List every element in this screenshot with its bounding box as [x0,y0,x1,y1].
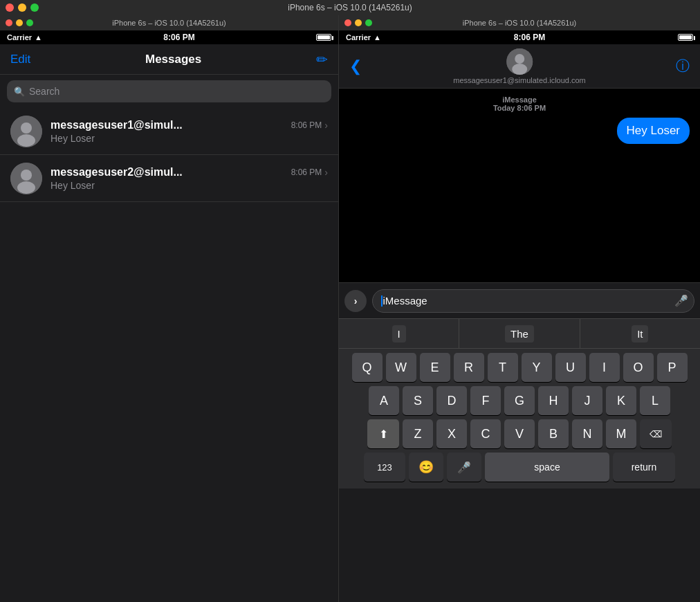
conversation-navbar: ❮ messagesuser1@simulated.icloud.com ⓘ [339,44,700,89]
messages-title: Messages [145,53,201,66]
back-button[interactable]: ❮ [349,57,362,75]
key-d[interactable]: D [436,386,467,415]
numbers-key[interactable]: 123 [364,453,405,482]
autocomplete-2[interactable]: The [459,319,580,348]
key-l[interactable]: L [640,386,670,415]
keyboard-row-2: A S D F G H J K L [341,386,698,415]
svg-point-2 [17,134,35,147]
key-n[interactable]: N [572,419,602,448]
conversation-info-1: messagesuser1@simul... 8:06 PM › Hey Los… [50,119,328,144]
avatar-1 [10,116,42,147]
left-sim-titlebar: iPhone 6s – iOS 10.0 (14A5261u) [0,15,338,30]
message-time-1: 8:06 PM [291,120,322,130]
left-close[interactable] [6,19,12,26]
info-button[interactable]: ⓘ [676,57,690,75]
conversation-info-2: messagesuser2@simul... 8:06 PM › Hey Los… [50,166,328,191]
key-i[interactable]: I [589,353,620,382]
time-label: 8:06 PM [163,33,194,42]
sender-name-1: messagesuser1@simul... [50,119,183,131]
maximize-button[interactable] [30,3,39,12]
message-list: messagesuser1@simul... 8:06 PM › Hey Los… [0,108,338,202]
return-key[interactable]: return [613,453,675,482]
svg-point-8 [512,64,527,75]
conversation-item-1[interactable]: messagesuser1@simul... 8:06 PM › Hey Los… [0,108,338,155]
key-b[interactable]: B [538,419,569,448]
space-key[interactable]: space [485,453,609,482]
sent-bubble: Hey Loser [617,118,690,144]
right-battery-icon [678,34,693,41]
key-w[interactable]: W [386,353,416,382]
mac-titlebar: iPhone 6s – iOS 10.0 (14A5261u) [0,0,700,15]
mic-button[interactable]: 🎤 [674,294,688,307]
right-time-label: 8:06 PM [514,33,545,42]
search-placeholder: Search [29,86,59,97]
messages-navbar: Edit Messages ✏ [0,44,338,75]
key-a[interactable]: A [369,386,399,415]
right-wifi-icon: ▲ [374,33,381,42]
expand-icon: › [354,295,358,307]
key-u[interactable]: U [555,353,586,382]
search-icon: 🔍 [14,86,25,97]
autocomplete-bar: I The It [339,318,700,349]
key-c[interactable]: C [470,419,501,448]
key-p[interactable]: P [657,353,688,382]
close-button[interactable] [6,3,14,12]
compose-button[interactable]: ✏ [316,51,328,68]
svg-point-1 [21,122,32,134]
key-e[interactable]: E [420,353,450,382]
key-r[interactable]: R [454,353,484,382]
conversation-item-2[interactable]: messagesuser2@simul... 8:06 PM › Hey Los… [0,155,338,202]
key-g[interactable]: G [504,386,535,415]
key-s[interactable]: S [403,386,433,415]
key-k[interactable]: K [606,386,636,415]
message-time-2: 8:06 PM [291,167,322,177]
mac-window-controls[interactable] [6,3,39,12]
keyboard-mic-key[interactable]: 🎤 [447,453,481,482]
left-status-bar: Carrier ▲ 8:06 PM [0,30,338,44]
key-f[interactable]: F [470,386,501,415]
right-carrier-label: Carrier [346,33,371,42]
left-simulator: iPhone 6s – iOS 10.0 (14A5261u) Carrier … [0,15,339,602]
sender-name-2: messagesuser2@simul... [50,166,183,179]
message-input[interactable]: iMessage 🎤 [372,289,694,313]
left-maximize[interactable] [26,19,33,26]
search-bar[interactable]: 🔍 Search [7,80,331,102]
delete-key[interactable]: ⌫ [640,419,672,448]
shift-key[interactable]: ⬆ [367,419,399,448]
key-x[interactable]: X [436,419,467,448]
right-sim-titlebar: iPhone 6s – iOS 10.0 (14A5261u) [339,15,700,30]
conversation-body: iMessage Today 8:06 PM Hey Loser [339,89,700,282]
keyboard-row-1: Q W E R T Y U I O P [341,353,698,382]
left-minimize[interactable] [16,19,23,26]
key-y[interactable]: Y [522,353,552,382]
key-o[interactable]: O [623,353,654,382]
key-t[interactable]: T [488,353,518,382]
left-sim-title: iPhone 6s – iOS 10.0 (14A5261u) [112,19,226,27]
key-v[interactable]: V [504,419,535,448]
date-label: iMessage Today 8:06 PM [349,95,690,112]
right-maximize[interactable] [365,19,372,26]
battery-icon [316,34,331,41]
svg-point-5 [17,181,35,194]
keyboard: Q W E R T Y U I O P A S D F G H J K L ⬆ … [339,349,700,489]
right-minimize[interactable] [355,19,362,26]
autocomplete-1[interactable]: I [339,319,459,348]
key-h[interactable]: H [538,386,569,415]
key-j[interactable]: J [572,386,602,415]
expand-button[interactable]: › [344,290,367,312]
keyboard-row-3: ⬆ Z X C V B N M ⌫ [341,419,698,448]
key-z[interactable]: Z [403,419,433,448]
emoji-key[interactable]: 😊 [409,453,443,482]
autocomplete-3[interactable]: It [580,319,700,348]
chevron-icon-1: › [324,120,328,131]
window-title: iPhone 6s – iOS 10.0 (14A5261u) [288,3,412,12]
wifi-icon: ▲ [35,33,42,42]
minimize-button[interactable] [18,3,26,12]
right-sim-controls[interactable] [344,19,372,26]
right-close[interactable] [344,19,351,26]
key-m[interactable]: M [606,419,636,448]
date-time-label: Today 8:06 PM [349,104,690,112]
edit-button[interactable]: Edit [10,53,30,66]
key-q[interactable]: Q [352,353,383,382]
left-sim-controls[interactable] [6,19,33,26]
